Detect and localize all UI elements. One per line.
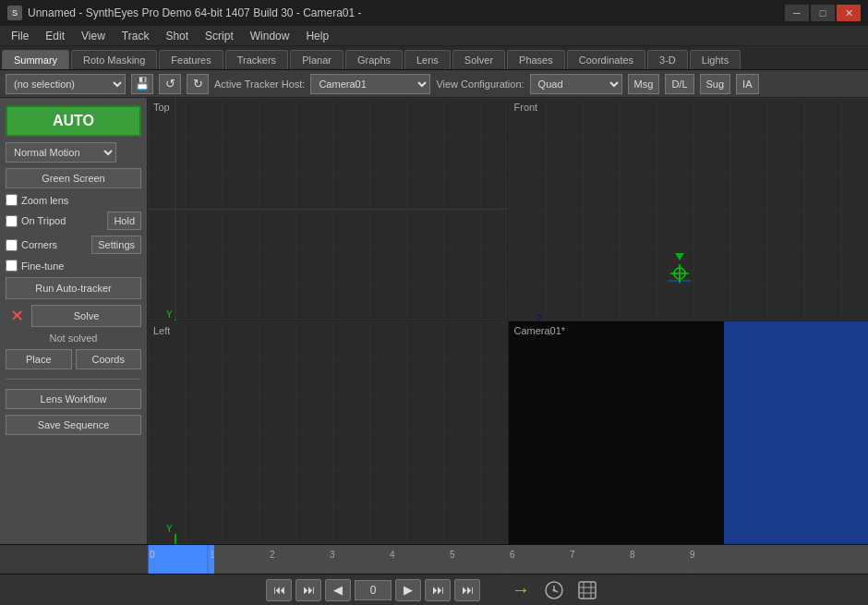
zoom-lens-label: Zoom lens: [21, 195, 68, 206]
green-screen-button[interactable]: Green Screen: [6, 168, 141, 188]
motion-mode-select[interactable]: Normal Motion: [6, 142, 116, 163]
arrow-icon: →: [506, 579, 536, 601]
corners-row: Corners: [6, 239, 88, 251]
menu-bar: File Edit View Track Shot Script Window …: [0, 26, 868, 46]
tab-bar: Summary Roto Masking Features Trackers P…: [0, 46, 868, 70]
menu-track[interactable]: Track: [115, 28, 157, 44]
menu-help[interactable]: Help: [298, 28, 336, 44]
msg-button[interactable]: Msg: [628, 74, 660, 94]
window-controls: ─ □ ✕: [785, 5, 861, 21]
viewport-front-grid: Z Ya X: [509, 98, 869, 321]
dl-button[interactable]: D/L: [665, 74, 693, 94]
sug-button[interactable]: Sug: [700, 74, 731, 94]
lens-workflow-button[interactable]: Lens Workflow: [6, 389, 141, 409]
viewport-top-grid: Y Zi: [148, 98, 508, 321]
tab-roto-masking[interactable]: Roto Masking: [71, 50, 157, 69]
maximize-button[interactable]: □: [811, 5, 835, 21]
toolbar: (no selection) 💾 ↺ ↻ Active Tracker Host…: [0, 70, 868, 98]
svg-text:Z: Z: [536, 314, 542, 321]
tab-phases[interactable]: Phases: [507, 50, 565, 69]
viewport-grid: Top Y Zi: [148, 98, 868, 544]
tab-coordinates[interactable]: Coordinates: [567, 50, 645, 69]
svg-text:7: 7: [570, 550, 575, 560]
coords-button[interactable]: Coords: [76, 349, 142, 369]
playback-bar: ⏮ ⏭ ◀ ▶ ⏭ ⏭ →: [0, 574, 868, 605]
viewport-camera[interactable]: Camera01*: [509, 321, 869, 544]
svg-text:0: 0: [150, 550, 155, 560]
tab-summary[interactable]: Summary: [2, 50, 69, 69]
run-auto-tracker-button[interactable]: Run Auto-tracker: [6, 277, 141, 299]
active-tracker-label: Active Tracker Host:: [214, 79, 305, 90]
on-tripod-label: On Tripod: [21, 215, 66, 226]
undo-button[interactable]: ↺: [159, 74, 181, 94]
active-tracker-dropdown[interactable]: Camera01: [310, 74, 430, 94]
solve-row: ✕ Solve: [6, 305, 141, 327]
minimize-button[interactable]: ─: [785, 5, 809, 21]
menu-window[interactable]: Window: [243, 28, 297, 44]
menu-file[interactable]: File: [4, 28, 36, 44]
step-forward-button[interactable]: ▶: [395, 579, 421, 601]
menu-edit[interactable]: Edit: [38, 28, 72, 44]
go-to-end-button[interactable]: ⏭: [454, 579, 480, 601]
hold-button[interactable]: Hold: [107, 212, 141, 230]
svg-text:4: 4: [390, 550, 395, 560]
target-icon[interactable]: [573, 579, 602, 601]
app-icon: S: [7, 6, 22, 20]
svg-text:9: 9: [690, 550, 695, 560]
step-back-button[interactable]: ◀: [325, 579, 351, 601]
tab-features[interactable]: Features: [159, 50, 223, 69]
tab-3d[interactable]: 3-D: [647, 50, 688, 69]
viewport-front[interactable]: Front: [509, 98, 869, 321]
divider: [6, 379, 141, 380]
on-tripod-row: On Tripod: [6, 215, 103, 227]
title-bar: S Unnamed - SynthEyes Pro Demo 64-bit 14…: [0, 0, 868, 26]
svg-rect-7: [509, 98, 869, 321]
next-keyframe-button[interactable]: ⏭: [425, 579, 451, 601]
menu-script[interactable]: Script: [198, 28, 241, 44]
view-config-dropdown[interactable]: Quad: [530, 74, 622, 94]
tab-trackers[interactable]: Trackers: [225, 50, 288, 69]
svg-text:2: 2: [270, 550, 275, 560]
tab-graphs[interactable]: Graphs: [345, 50, 403, 69]
settings-button[interactable]: Settings: [91, 236, 141, 254]
app-title: Unnamed - SynthEyes Pro Demo 64-bit 1407…: [28, 6, 785, 19]
tab-planar[interactable]: Planar: [290, 50, 344, 69]
fine-tune-checkbox[interactable]: [6, 260, 18, 272]
menu-shot[interactable]: Shot: [158, 28, 196, 44]
timeline: 0 1 2 3 4 5 6 7 8 9: [0, 544, 868, 574]
save-sequence-button[interactable]: Save Sequence: [6, 415, 141, 435]
selection-dropdown[interactable]: (no selection): [6, 74, 126, 94]
not-solved-text: Not solved: [6, 333, 141, 344]
svg-point-46: [553, 588, 556, 591]
svg-text:6: 6: [510, 550, 515, 560]
frame-number-input[interactable]: [355, 580, 392, 600]
tab-lens[interactable]: Lens: [404, 50, 451, 69]
corners-checkbox[interactable]: [6, 239, 18, 251]
tab-solver[interactable]: Solver: [452, 50, 505, 69]
on-tripod-checkbox[interactable]: [6, 215, 18, 227]
viewport-left-grid: Y Yo: [148, 321, 508, 544]
menu-view[interactable]: View: [74, 28, 113, 44]
viewport-left-label: Left: [153, 325, 170, 336]
solve-button[interactable]: Solve: [31, 305, 141, 327]
tab-lights[interactable]: Lights: [690, 50, 741, 69]
close-button[interactable]: ✕: [837, 5, 861, 21]
cancel-solve-button[interactable]: ✕: [6, 305, 28, 327]
prev-keyframe-button[interactable]: ⏭: [295, 579, 321, 601]
fine-tune-label: Fine-tune: [21, 260, 64, 272]
redo-button[interactable]: ↻: [187, 74, 209, 94]
ia-button[interactable]: IA: [736, 74, 758, 94]
place-coords-row: Place Coords: [6, 349, 141, 369]
go-to-start-button[interactable]: ⏮: [266, 579, 292, 601]
zoom-lens-checkbox[interactable]: [6, 194, 18, 206]
zoom-lens-row: Zoom lens: [6, 194, 141, 206]
place-button[interactable]: Place: [6, 349, 72, 369]
auto-button[interactable]: AUTO: [6, 105, 141, 137]
left-panel: AUTO Normal Motion Green Screen Zoom len…: [0, 98, 148, 544]
motion-row: Normal Motion: [6, 142, 141, 163]
viewport-left[interactable]: Left Y Yo: [148, 321, 508, 544]
clock-icon[interactable]: [539, 579, 569, 601]
camera-blue-panel: [724, 321, 868, 544]
save-icon-button[interactable]: 💾: [131, 74, 153, 94]
viewport-top[interactable]: Top Y Zi: [148, 98, 508, 321]
